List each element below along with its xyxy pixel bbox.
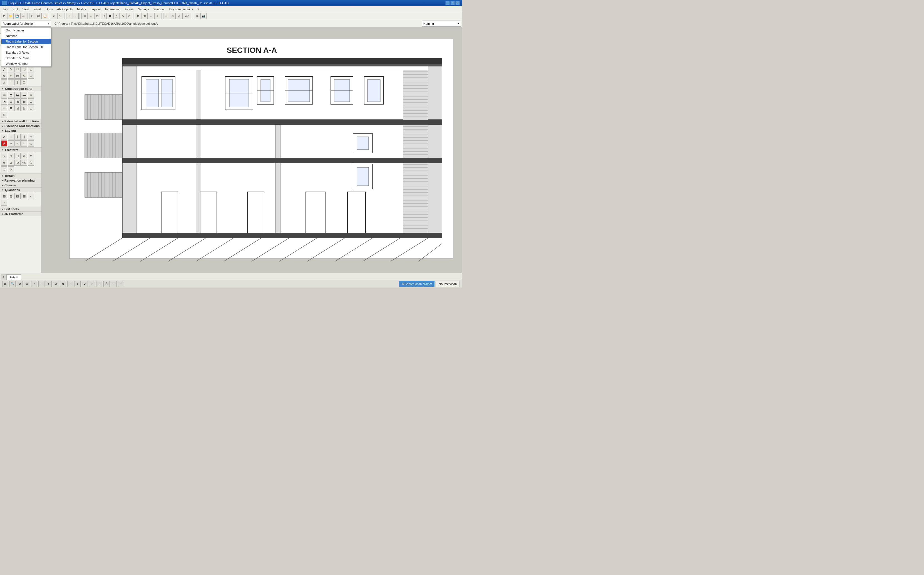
tool-cp2[interactable]: ⬒ <box>8 92 14 98</box>
tool-q2[interactable]: ▧ <box>8 193 14 199</box>
tool-ff6[interactable]: ⊗ <box>1 160 7 166</box>
canvas-area[interactable]: SECTION A-A <box>42 27 462 273</box>
menu-settings[interactable]: Settings <box>136 7 152 11</box>
tool-ff11[interactable]: ⌭ <box>1 166 7 172</box>
status-btn-1[interactable]: ⊞ <box>2 281 8 287</box>
section-camera[interactable]: ▶ Camera <box>0 183 41 187</box>
menu-view[interactable]: View <box>20 7 32 11</box>
tool-ff5[interactable]: ⊖ <box>28 153 34 159</box>
tool-el13[interactable]: ∫ <box>14 79 21 85</box>
dropdown-number[interactable]: Number <box>2 33 51 39</box>
tool-q1[interactable]: ▦ <box>1 193 7 199</box>
status-btn-14[interactable]: ⌞ <box>96 281 102 287</box>
tool-la2[interactable]: ⌇ <box>8 134 14 140</box>
tab-close-icon[interactable]: ✕ <box>16 276 18 279</box>
dropdown-window-number[interactable]: Window Number <box>2 61 51 67</box>
menu-insert[interactable]: Insert <box>31 7 43 11</box>
dropdown-standard-5-rows[interactable]: Standard 5 Rows <box>2 55 51 61</box>
section-bim-tools[interactable]: ▶ BIM Tools <box>0 206 41 211</box>
tb12[interactable]: ↕ <box>154 13 160 19</box>
cut-btn[interactable]: ✂ <box>29 13 35 19</box>
tool-cp12[interactable]: ≣ <box>8 105 14 111</box>
section-quantities[interactable]: ▼ Quantities <box>0 187 41 192</box>
tb10[interactable]: ⟲ <box>141 13 147 19</box>
section-dropdown[interactable]: Room Label for Section ▼ <box>1 21 51 27</box>
tool-q6[interactable]: ▫ <box>1 200 7 206</box>
tb2[interactable]: ○ <box>88 13 94 19</box>
tb4[interactable]: ⬡ <box>101 13 107 19</box>
naming-dropdown[interactable]: Naming ▼ <box>422 21 461 27</box>
tool-el7[interactable]: ○ <box>8 73 14 79</box>
tool-ff4[interactable]: ⊕ <box>21 153 27 159</box>
section-freeform[interactable]: ▼ Freeform <box>0 148 41 152</box>
tool-el12[interactable]: ⌒ <box>8 79 14 85</box>
tb15[interactable]: ⊿ <box>176 13 182 19</box>
tool-cp16[interactable]: ⌻ <box>1 112 7 118</box>
tool-el9[interactable]: ⊂ <box>21 73 27 79</box>
tool-ff2[interactable]: ⊓ <box>8 153 14 159</box>
menu-extras[interactable]: Extras <box>123 7 136 11</box>
status-btn-12[interactable]: ↙ <box>82 281 88 287</box>
3d-btn[interactable]: 3D <box>182 13 191 19</box>
menu-help[interactable]: ? <box>195 7 201 11</box>
dropdown-room-label-section-30[interactable]: Room Label for Section 3.0 <box>2 44 51 50</box>
tb1[interactable]: ⊞ <box>81 13 87 19</box>
tool-cp6[interactable]: ⬔ <box>1 98 7 105</box>
tool-la3[interactable]: ⌈ <box>14 134 21 140</box>
sub-btn[interactable]: − <box>73 13 79 19</box>
tool-ff12[interactable]: ⌮ <box>8 166 14 172</box>
dropdown-door-number[interactable]: Door Number <box>2 27 51 33</box>
tool-ff9[interactable]: ABB <box>21 160 27 166</box>
tool-cp14[interactable]: ⌹ <box>21 105 27 111</box>
section-layout[interactable]: ▼ Lay-out <box>0 128 41 133</box>
status-btn-5[interactable]: ⌖ <box>31 281 37 287</box>
tool-el1[interactable]: ╱ <box>1 66 7 72</box>
status-btn-2[interactable]: 🔍 <box>10 281 16 287</box>
tb6[interactable]: △ <box>113 13 119 19</box>
status-btn-8[interactable]: ⊙ <box>53 281 59 287</box>
dropdown-room-label-section[interactable]: Room Label for Section <box>2 39 51 44</box>
status-btn-9[interactable]: ⊗ <box>60 281 66 287</box>
minimize-button[interactable]: ─ <box>445 1 450 5</box>
paste-btn[interactable]: 📋 <box>42 13 48 19</box>
print-btn[interactable]: 🖨 <box>20 13 26 19</box>
tool-q4[interactable]: ▩ <box>21 193 27 199</box>
redo-btn[interactable]: ↪ <box>57 13 63 19</box>
tool-cp7[interactable]: ⊠ <box>8 98 14 105</box>
tool-el8[interactable]: ◎ <box>14 73 21 79</box>
tb8[interactable]: ⊙ <box>126 13 132 19</box>
tool-la5[interactable]: ✦ <box>28 134 34 140</box>
menu-layout[interactable]: Lay-out <box>89 7 103 11</box>
menu-window[interactable]: Window <box>151 7 166 11</box>
tool-el2[interactable]: ∿ <box>8 66 14 72</box>
tool-ff8[interactable]: ⊙ <box>14 160 21 166</box>
section-construction-parts[interactable]: ▼ Construction parts <box>0 86 41 91</box>
tool-cp5[interactable]: ▱ <box>28 92 34 98</box>
tab-aa[interactable]: A-A ✕ <box>7 275 21 280</box>
tool-el10[interactable]: ⊃ <box>28 73 34 79</box>
tool-el3[interactable]: □ <box>14 66 21 72</box>
menu-ar-objects[interactable]: AR Objects <box>55 7 75 11</box>
tool-cp3[interactable]: ⬓ <box>14 92 21 98</box>
tool-cp8[interactable]: ⊞ <box>14 98 21 105</box>
status-btn-11[interactable]: ↕ <box>74 281 81 287</box>
tool-cp10[interactable]: ⊡ <box>28 98 34 105</box>
tool-la8[interactable]: ↔ <box>14 140 21 146</box>
tool-el5[interactable]: ◿ <box>28 66 34 72</box>
tb9[interactable]: ⟳ <box>135 13 141 19</box>
tool-q5[interactable]: ▪ <box>28 193 34 199</box>
status-btn-13[interactable]: ⌐ <box>89 281 95 287</box>
tool-cp11[interactable]: ≡ <box>1 105 7 111</box>
tool-el11[interactable]: △ <box>1 79 7 85</box>
status-btn-6[interactable]: ↔ <box>38 281 44 287</box>
maximize-button[interactable]: □ <box>450 1 455 5</box>
close-button[interactable]: ✕ <box>455 1 460 5</box>
status-btn-10[interactable]: → <box>67 281 73 287</box>
status-btn-15[interactable]: A <box>103 281 109 287</box>
tool-ff1[interactable]: ∿ <box>1 153 7 159</box>
tool-cp1[interactable]: ▭ <box>1 92 7 98</box>
section-extended-roof[interactable]: ▶ Extended roof functions <box>0 124 41 128</box>
tool-la10[interactable]: ◷ <box>28 140 34 146</box>
tool-cp4[interactable]: ▬ <box>21 92 27 98</box>
dropdown-standard-3-rows[interactable]: Standard 3 Rows <box>2 50 51 55</box>
